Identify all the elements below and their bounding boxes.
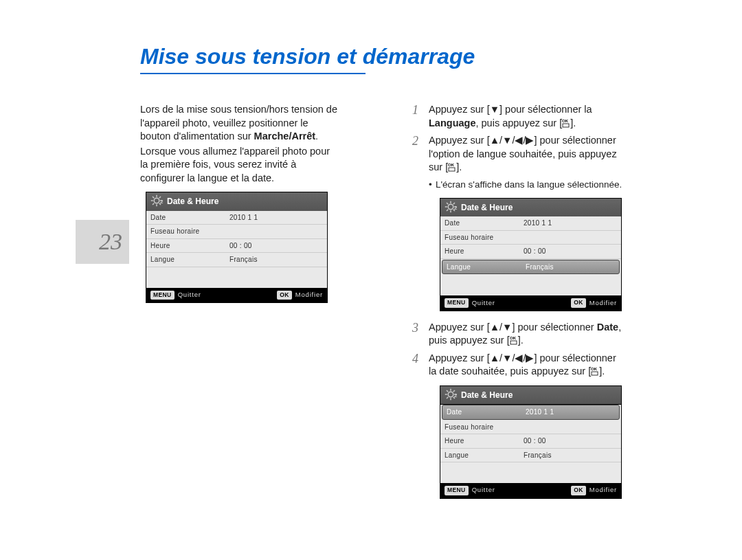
modifier-label: Modifier <box>589 299 617 308</box>
bullet-icon: • <box>429 179 436 191</box>
step-number-1: 1 <box>412 103 429 130</box>
lcd-title-bar: 2 Date & Heure <box>146 192 327 210</box>
lcd-row-date-highlighted: Date2010 1 1 <box>442 405 620 420</box>
svg-line-21 <box>453 203 455 204</box>
lcd-spacer <box>440 462 621 483</box>
lcd-title: Date & Heure <box>167 197 218 206</box>
menu-chip: MENU <box>445 298 469 307</box>
lcd-title: Date & Heure <box>461 390 513 400</box>
svg-line-7 <box>153 203 154 205</box>
left-column: Lors de la mise sous tension/hors tensio… <box>140 103 339 313</box>
ok-print-icon: OK <box>562 118 570 128</box>
title-underline <box>140 73 366 74</box>
step-2-body: Appuyez sur [▲/▼/◀/▶] pour sélectionner … <box>429 134 625 175</box>
svg-rect-12 <box>449 168 455 171</box>
lcd-spacer <box>146 267 327 288</box>
lcd-row-langue: LangueFrançais <box>146 253 327 267</box>
step-number-2: 2 <box>412 134 429 175</box>
svg-point-13 <box>448 204 453 210</box>
lcd-footer-right: OKModifier <box>277 291 323 300</box>
intro-text-1c: . <box>315 131 318 142</box>
quitter-label: Quitter <box>472 299 495 308</box>
svg-line-31 <box>447 390 448 392</box>
lcd-footer: MENUQuitter OKModifier <box>146 288 327 302</box>
lcd-row-heure: Heure00 : 00 <box>440 245 621 259</box>
lcd-footer-right: OKModifier <box>571 486 617 495</box>
intro-paragraph-2: Lorsque vous allumez l'appareil photo po… <box>140 145 339 186</box>
gear-subscript: 2 <box>454 205 457 212</box>
modifier-label: Modifier <box>295 291 323 300</box>
svg-point-0 <box>154 199 159 204</box>
svg-line-20 <box>447 210 448 211</box>
step-1-body: Appuyez sur [▼] pour sélectionner la Lan… <box>429 103 625 130</box>
svg-line-34 <box>453 390 455 392</box>
lcd-footer: MENUQuitter OKModifier <box>440 295 621 310</box>
svg-line-8 <box>159 197 161 198</box>
lcd-row-langue: LangueFrançais <box>440 449 621 463</box>
step-number-4: 4 <box>412 352 429 379</box>
lcd-rows: Date2010 1 1 Fuseau horaire Heure00 : 00… <box>440 216 621 295</box>
lcd-row-langue-highlighted: LangueFrançais <box>442 260 620 275</box>
svg-text:OK: OK <box>448 163 455 167</box>
lcd-footer-left: MENUQuitter <box>445 486 571 495</box>
lcd-title-bar: 2 Date & Heure <box>440 386 621 404</box>
ok-print-icon: OK <box>510 335 518 345</box>
lcd-rows: Date2010 1 1 Fuseau horaire Heure00 : 00… <box>146 211 327 288</box>
svg-text:OK: OK <box>591 367 598 371</box>
gear-subscript: 2 <box>160 199 163 206</box>
camera-lcd-3: 2 Date & Heure Date2010 1 1 Fuseau horai… <box>440 385 622 499</box>
page-number-box: 23 <box>76 220 129 264</box>
quitter-label: Quitter <box>472 486 495 495</box>
ok-print-icon: OK <box>591 366 599 376</box>
svg-rect-25 <box>592 372 598 375</box>
menu-chip: MENU <box>150 291 175 300</box>
intro-paragraph-1: Lors de la mise sous tension/hors tensio… <box>140 103 339 144</box>
lcd-row-date: Date2010 1 1 <box>146 211 327 225</box>
svg-rect-10 <box>563 124 569 127</box>
lcd-rows: Date2010 1 1 Fuseau horaire Heure00 : 00… <box>440 405 621 483</box>
gear-subscript: 2 <box>454 392 457 400</box>
svg-line-18 <box>447 203 448 204</box>
lcd-footer: MENUQuitter OKModifier <box>440 483 621 497</box>
intro-text-1b-bold: Marche/Arrêt <box>254 131 315 142</box>
menu-chip: MENU <box>445 486 469 495</box>
step-3-body: Appuyez sur [▲/▼] pour sélectionner Date… <box>429 321 625 348</box>
lcd-footer-left: MENUQuitter <box>445 298 571 307</box>
lcd-footer-right: OKModifier <box>571 298 617 307</box>
lcd-row-timezone: Fuseau horaire <box>440 421 621 435</box>
svg-text:OK: OK <box>510 336 517 340</box>
lcd-row-heure: Heure00 : 00 <box>146 239 327 254</box>
page-title: Mise sous tension et démarrage <box>140 44 475 69</box>
lcd-row-date: Date2010 1 1 <box>440 216 621 231</box>
svg-line-5 <box>153 197 154 198</box>
camera-lcd-1: 2 Date & Heure Date2010 1 1 Fuseau horai… <box>146 192 328 303</box>
svg-point-26 <box>448 392 453 397</box>
ok-chip: OK <box>277 291 292 300</box>
ok-chip: OK <box>571 486 586 495</box>
lcd-row-heure: Heure00 : 00 <box>440 434 621 449</box>
step-3: 3 Appuyez sur [▲/▼] pour sélectionner Da… <box>412 321 625 348</box>
step-2-bullet: •L'écran s'affiche dans la langue sélect… <box>429 179 625 191</box>
svg-line-33 <box>447 397 448 399</box>
step-4: 4 Appuyez sur [▲/▼/◀/▶] pour sélectionne… <box>412 352 625 379</box>
lcd-spacer <box>440 275 621 295</box>
quitter-label: Quitter <box>178 291 201 300</box>
right-column: 1 Appuyez sur [▼] pour sélectionner la L… <box>412 103 625 508</box>
lcd-title: Date & Heure <box>461 203 513 212</box>
ok-chip: OK <box>571 298 586 307</box>
step-4-body: Appuyez sur [▲/▼/◀/▶] pour sélectionner … <box>429 352 625 379</box>
step-1: 1 Appuyez sur [▼] pour sélectionner la L… <box>412 103 625 130</box>
ok-print-icon: OK <box>448 162 456 172</box>
modifier-label: Modifier <box>589 486 617 495</box>
page-number: 23 <box>99 229 122 255</box>
step-2: 2 Appuyez sur [▲/▼/◀/▶] pour sélectionne… <box>412 134 625 175</box>
lcd-row-timezone: Fuseau horaire <box>146 225 327 239</box>
svg-text:OK: OK <box>562 119 569 123</box>
lcd-title-bar: 2 Date & Heure <box>440 199 621 216</box>
svg-rect-23 <box>510 341 517 344</box>
lcd-footer-left: MENUQuitter <box>150 291 277 300</box>
camera-lcd-2: 2 Date & Heure Date2010 1 1 Fuseau horai… <box>440 198 622 311</box>
lcd-row-timezone: Fuseau horaire <box>440 231 621 245</box>
step-number-3: 3 <box>412 321 429 348</box>
